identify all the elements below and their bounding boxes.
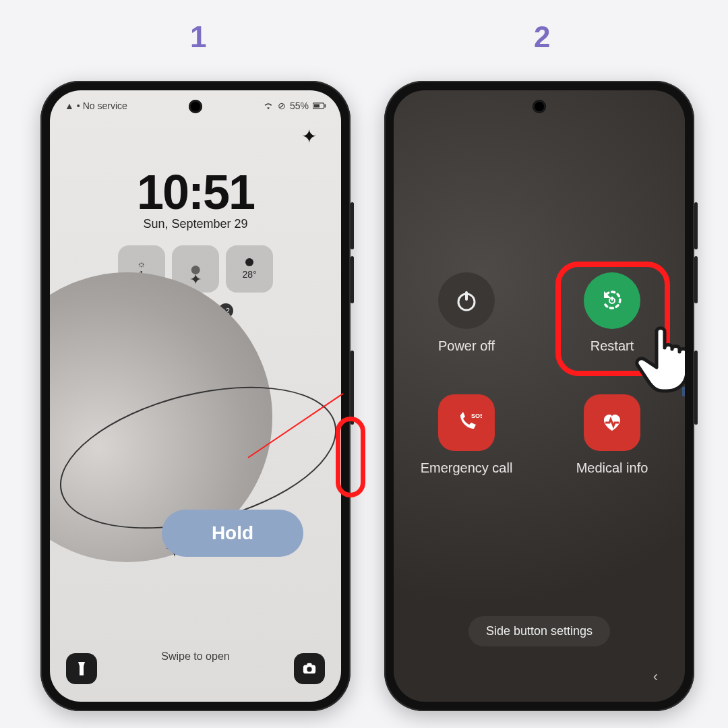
- pointer-hand-icon: [630, 313, 685, 400]
- clock-date: Sun, September 29: [50, 217, 341, 231]
- battery-icon: [313, 102, 326, 110]
- svg-point-4: [307, 667, 311, 671]
- svg-rect-1: [314, 104, 320, 108]
- battery-label: 55%: [290, 100, 309, 111]
- phone-frame-2: Power off Restart: [384, 81, 694, 711]
- svg-text:SOS: SOS: [471, 413, 482, 419]
- sun-icon: [245, 258, 253, 266]
- no-network-icon: ⊘: [278, 100, 286, 111]
- volume-down-button[interactable]: [351, 256, 354, 303]
- back-button[interactable]: ‹: [653, 668, 658, 686]
- emergency-call-item[interactable]: SOS Emergency call: [421, 394, 513, 476]
- emergency-call-label: Emergency call: [421, 460, 513, 476]
- annotation-hold-label: Hold: [162, 510, 303, 557]
- step-number-2: 2: [534, 20, 550, 54]
- lock-clock: 10:51 ✦ Sun, September 29: [50, 164, 341, 231]
- power-button[interactable]: [694, 351, 698, 425]
- moon-icon: ●: [189, 257, 202, 280]
- widget-value: 28°: [242, 269, 256, 280]
- power-off-icon: [438, 272, 495, 329]
- lock-screen: ▲ • No service ⊘ 55% ✦ 10:51 ✦: [50, 90, 341, 702]
- power-off-label: Power off: [438, 338, 495, 354]
- weather-widget-2[interactable]: 28°: [226, 245, 273, 293]
- highlight-power-button: [336, 417, 365, 497]
- carrier-label: • No service: [77, 100, 127, 111]
- medical-info-icon: [584, 394, 640, 451]
- phone-frame-1: ▲ • No service ⊘ 55% ✦ 10:51 ✦: [40, 81, 351, 711]
- step-number-1: 1: [190, 20, 206, 54]
- svg-rect-7: [465, 291, 468, 301]
- front-camera: [189, 100, 202, 113]
- sun-icon: ☼: [138, 258, 146, 269]
- power-menu-screen: Power off Restart: [394, 90, 685, 702]
- volume-up-button[interactable]: [351, 202, 354, 249]
- medical-info-label: Medical info: [576, 460, 648, 476]
- svg-rect-11: [682, 387, 685, 396]
- medical-info-item[interactable]: Medical info: [576, 394, 648, 476]
- volume-up-button[interactable]: [694, 202, 698, 249]
- clock-time: 10:51: [50, 164, 341, 220]
- emergency-call-icon: SOS: [438, 394, 495, 451]
- sparkle-icon: ✦: [301, 125, 317, 148]
- wifi-icon: [263, 101, 274, 111]
- svg-rect-5: [307, 663, 311, 666]
- power-button[interactable]: [351, 351, 354, 425]
- flashlight-button[interactable]: [66, 653, 97, 684]
- svg-rect-2: [325, 104, 326, 108]
- signal-icon: ▲: [65, 100, 74, 111]
- front-camera: [533, 100, 546, 113]
- power-off-item[interactable]: Power off: [438, 272, 495, 354]
- volume-down-button[interactable]: [694, 256, 698, 303]
- camera-button[interactable]: [294, 653, 325, 684]
- side-button-settings-button[interactable]: Side button settings: [468, 616, 610, 646]
